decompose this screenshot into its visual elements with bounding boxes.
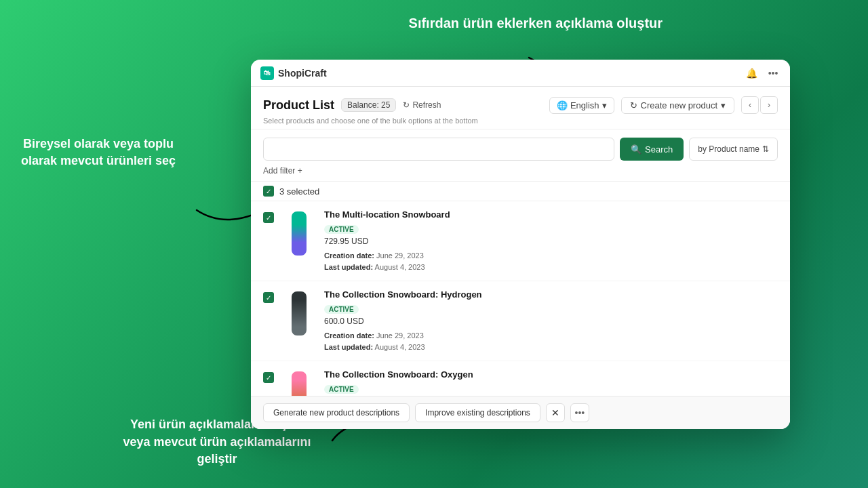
product-item: ✓ The Multi-location Snowboard ACTIVE 72…	[251, 201, 790, 281]
snowboard-image-3	[292, 371, 307, 396]
search-icon: 🔍	[631, 144, 642, 155]
search-row: 🔍 Search by Product name ⇅	[263, 138, 778, 161]
globe-icon: 🌐	[557, 100, 568, 110]
status-badge-1: ACTIVE	[324, 225, 359, 234]
refresh-label: Refresh	[412, 100, 441, 110]
annotation-left: Bireysel olarak veya toplu olarak mevcut…	[20, 136, 176, 169]
product-meta-1: Creation date: June 29, 2023Last updated…	[324, 250, 778, 272]
selected-count: 3 selected	[279, 186, 319, 197]
language-button[interactable]: 🌐 English ▾	[549, 97, 614, 114]
product-info-3: The Collection Snowboard: Oxygen ACTIVE …	[324, 369, 778, 396]
product-image-2	[282, 289, 316, 337]
product-item: ✓ The Collection Snowboard: Oxygen ACTIV…	[251, 361, 790, 396]
nav-arrows: ‹ ›	[741, 96, 778, 114]
app-name: ShopiCraft	[278, 68, 327, 79]
page-subtitle: Select products and choose one of the bu…	[263, 117, 778, 125]
notification-icon[interactable]: 🔔	[744, 66, 759, 81]
title-bar-actions: 🔔 •••	[744, 66, 781, 81]
search-input[interactable]	[263, 138, 614, 161]
more-icon[interactable]: •••	[766, 66, 781, 81]
add-filter-button[interactable]: Add filter +	[263, 166, 778, 176]
app-window: 🛍 ShopiCraft 🔔 ••• Product List Balance:…	[251, 60, 790, 429]
header-right: 🌐 English ▾ ↻ Create new product ▾ ‹ ›	[549, 96, 778, 114]
selection-row: ✓ 3 selected	[251, 182, 790, 201]
annotation-top: Sıfırdan ürün eklerken açıklama oluştur	[409, 14, 663, 33]
search-button[interactable]: 🔍 Search	[620, 138, 684, 161]
product-info-1: The Multi-location Snowboard ACTIVE 729.…	[324, 209, 778, 272]
generate-descriptions-button[interactable]: Generate new product descriptions	[263, 403, 410, 422]
select-all-checkbox[interactable]: ✓	[263, 186, 274, 197]
page-title: Product List	[263, 98, 334, 113]
language-label: English	[570, 100, 599, 110]
product-image-3	[282, 369, 316, 396]
product-price-2: 600.0 USD	[324, 317, 778, 326]
snowboard-image-1	[292, 211, 307, 256]
product-name-2: The Collection Snowboard: Hydrogen	[324, 289, 778, 300]
content-area: Product List Balance: 25 ↻ Refresh 🌐 Eng…	[251, 87, 790, 429]
app-logo: 🛍 ShopiCraft	[260, 66, 327, 80]
snowboard-image-2	[292, 291, 307, 336]
product-checkbox-3[interactable]: ✓	[263, 372, 274, 383]
products-list: ✓ The Multi-location Snowboard ACTIVE 72…	[251, 201, 790, 396]
product-price-1: 729.95 USD	[324, 237, 778, 246]
page-header: Product List Balance: 25 ↻ Refresh 🌐 Eng…	[251, 87, 790, 129]
search-area: 🔍 Search by Product name ⇅ Add filter +	[251, 129, 790, 182]
create-label: Create new product	[641, 100, 717, 110]
product-meta-2: Creation date: June 29, 2023Last updated…	[324, 330, 778, 352]
action-bar: Generate new product descriptions Improv…	[251, 396, 790, 429]
product-checkbox-1[interactable]: ✓	[263, 212, 274, 223]
product-name-1: The Multi-location Snowboard	[324, 209, 778, 220]
status-badge-2: ACTIVE	[324, 305, 359, 314]
refresh-button[interactable]: ↻ Refresh	[403, 100, 441, 110]
create-product-button[interactable]: ↻ Create new product ▾	[621, 97, 734, 114]
product-info-2: The Collection Snowboard: Hydrogen ACTIV…	[324, 289, 778, 352]
product-checkbox-2[interactable]: ✓	[263, 292, 274, 303]
refresh-icon: ↻	[403, 100, 410, 110]
chevron-down-icon: ▾	[721, 100, 726, 110]
sort-button[interactable]: by Product name ⇅	[689, 138, 778, 161]
improve-descriptions-button[interactable]: Improve existing descriptions	[415, 403, 540, 422]
sort-label: by Product name	[698, 144, 760, 154]
search-label: Search	[645, 144, 673, 155]
more-actions-button[interactable]: •••	[570, 403, 589, 422]
status-badge-3: ACTIVE	[324, 385, 359, 394]
chevron-icon: ⇅	[762, 144, 769, 154]
close-action-button[interactable]: ✕	[546, 403, 565, 422]
header-row: Product List Balance: 25 ↻ Refresh 🌐 Eng…	[263, 96, 778, 114]
product-item: ✓ The Collection Snowboard: Hydrogen ACT…	[251, 281, 790, 361]
balance-badge: Balance: 25	[341, 98, 396, 112]
chevron-down-icon: ▾	[602, 100, 607, 110]
title-bar: 🛍 ShopiCraft 🔔 •••	[251, 60, 790, 87]
product-name-3: The Collection Snowboard: Oxygen	[324, 369, 778, 380]
next-arrow[interactable]: ›	[760, 96, 778, 114]
prev-arrow[interactable]: ‹	[741, 96, 759, 114]
logo-icon: 🛍	[260, 66, 274, 80]
refresh-small-icon: ↻	[630, 100, 637, 110]
product-image-1	[282, 209, 316, 257]
